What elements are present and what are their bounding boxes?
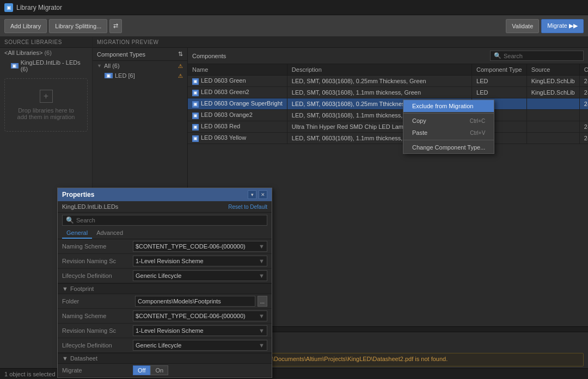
fp-lifecycle-row: Lifecycle Definition Generic Lifecycle ▼	[58, 338, 272, 353]
table-row[interactable]: ▣LED 0603 Red Ultra Thin Hyper Red SMD C…	[188, 121, 588, 133]
col-description: Description	[287, 64, 471, 76]
properties-pin-button[interactable]: ▾	[248, 190, 256, 199]
add-library-zone-button[interactable]: +	[40, 90, 53, 103]
search-box[interactable]: 🔍	[490, 51, 584, 61]
table-row[interactable]: ▣LED 0603 Green2 LED, SMT, 0603(1608), 1…	[188, 87, 588, 98]
ctx-exclude-migration[interactable]: Exclude from Migration	[403, 100, 494, 112]
footprint-expand-icon: ▼	[62, 285, 68, 292]
sort-icon[interactable]: ⇅	[178, 51, 183, 58]
table-header: Name Description Component Type Source C…	[188, 64, 588, 76]
lifecycle-def-select[interactable]: Generic Lifecycle ▼	[133, 270, 267, 281]
revision-naming-label: Revision Naming Sc	[62, 258, 133, 264]
table-row[interactable]: ▣LED 0603 Orange2 LED, SMT, 0603(1608), …	[188, 110, 588, 121]
kingled-library-item[interactable]: ▣ KingLED.IntLib - LEDs (6)	[0, 58, 92, 74]
folder-browse-button[interactable]: ...	[258, 296, 267, 307]
search-icon: 🔍	[494, 52, 501, 59]
ctx-copy-label: Copy	[412, 117, 426, 124]
fp-revision-row: Revision Naming Sc 1-Level Revision Sche…	[58, 324, 272, 338]
properties-search-icon: 🔍	[66, 216, 74, 224]
components-header: Components 🔍	[188, 48, 588, 64]
kingled-label: KingLED.IntLib - LEDs (6)	[21, 59, 88, 72]
ctx-copy-shortcut: Ctrl+C	[470, 118, 486, 124]
migrate-off-button[interactable]: Off	[133, 365, 150, 375]
table-row[interactable]: ▣LED 0603 Green LED, SMT, 0603(1608), 0.…	[188, 76, 588, 87]
footprint-label: Footprint	[70, 285, 94, 292]
revision-naming-arrow: ▼	[259, 258, 265, 264]
folder-label: Folder	[62, 298, 133, 305]
tab-advanced[interactable]: Advanced	[92, 228, 127, 239]
cell-name: ▣LED 0603 Green	[188, 76, 287, 87]
cell-type: LED	[472, 87, 527, 98]
title-text: Library Migrator	[16, 4, 62, 11]
cell-package	[579, 110, 588, 121]
search-input[interactable]	[504, 53, 580, 59]
validate-button[interactable]: Validate	[506, 19, 539, 33]
cell-package: 2-Pin SMT LED, 1.6 x 0.8 mm B	[579, 76, 588, 87]
ctx-copy[interactable]: Copy Ctrl+C	[403, 115, 494, 127]
components-label: Components	[192, 53, 226, 59]
all-libraries-item[interactable]: <All Libraries> (6)	[0, 48, 92, 58]
properties-close-button[interactable]: ✕	[259, 190, 267, 199]
ctx-separator-2	[403, 140, 494, 140]
properties-subheader: KingLED.IntLib.LEDs Reset to Default	[58, 201, 272, 213]
comp-types-label: Component Types	[97, 51, 145, 58]
col-source: Source	[526, 64, 579, 76]
properties-title-bar: Properties ▾ ✕	[58, 188, 272, 201]
title-bar: ▣ Library Migrator	[0, 0, 588, 15]
ctx-change-type[interactable]: Change Component Type...	[403, 141, 494, 153]
add-library-button[interactable]: Add Library	[4, 19, 47, 33]
naming-scheme-label: Naming Scheme	[62, 243, 133, 250]
fp-naming-scheme-label: Naming Scheme	[62, 313, 133, 319]
cell-source	[526, 98, 579, 110]
cell-name: ▣LED 0603 Orange SuperBright	[188, 98, 287, 110]
footprint-section[interactable]: ▼ Footprint	[58, 283, 272, 294]
properties-search-box[interactable]: 🔍	[62, 215, 267, 226]
ctx-paste[interactable]: Paste Ctrl+V	[403, 127, 494, 139]
properties-body: KingLED.IntLib.LEDs Reset to Default 🔍 G…	[58, 201, 272, 377]
migrate-label: Migrate	[62, 367, 133, 374]
refresh-button[interactable]: ⇄	[109, 19, 122, 33]
ctx-paste-shortcut: Ctrl+V	[470, 130, 485, 136]
folder-input[interactable]	[135, 296, 255, 307]
all-types-label: All (6)	[104, 63, 120, 69]
fp-naming-scheme-select[interactable]: $CONTENT_TYPE_CODE-006-(000000) ▼	[133, 310, 267, 321]
cell-source: KingLED.SchLib	[526, 76, 579, 87]
drop-zone-text: Drop libraries here to add them in migra…	[16, 107, 76, 120]
fp-lifecycle-label: Lifecycle Definition	[62, 342, 133, 349]
all-types-item[interactable]: ▼ All (6) ⚠	[93, 61, 187, 71]
led-warn-icon: ⚠	[178, 73, 183, 79]
expand-icon: ▼	[97, 63, 102, 69]
table-body: ▣LED 0603 Green LED, SMT, 0603(1608), 0.…	[188, 76, 588, 144]
datasheet-section[interactable]: ▼ Datasheet	[58, 353, 272, 364]
revision-naming-select[interactable]: 1-Level Revision Scheme ▼	[133, 256, 267, 266]
all-libraries-count: (6)	[44, 49, 51, 56]
app-icon: ▣	[4, 3, 13, 12]
col-name: Name	[188, 64, 287, 76]
all-warn-icon: ⚠	[178, 63, 183, 69]
fp-lifecycle-value: Generic Lifecycle	[136, 342, 181, 349]
naming-scheme-arrow: ▼	[259, 243, 265, 250]
ctx-exclude-label: Exclude from Migration	[412, 103, 474, 109]
col-package: Case/Package	[579, 64, 588, 76]
migrate-on-button[interactable]: On	[150, 365, 168, 375]
drop-zone: + Drop libraries here to add them in mig…	[4, 78, 88, 132]
properties-title: Properties	[62, 191, 94, 198]
fp-lifecycle-select[interactable]: Generic Lifecycle ▼	[133, 340, 267, 351]
fp-revision-select[interactable]: 1-Level Revision Scheme ▼	[133, 325, 267, 336]
table-row-selected[interactable]: ▣LED 0603 Orange SuperBright LED, SMT, 0…	[188, 98, 588, 110]
fp-revision-label: Revision Naming Sc	[62, 327, 133, 334]
cell-source: KingLED.SchLib	[526, 87, 579, 98]
migrate-button[interactable]: Migrate ▶▶	[541, 19, 584, 33]
properties-search-input[interactable]	[76, 217, 264, 223]
table-row[interactable]: ▣LED 0603 Yellow LED, SMT, 0603(1608), 1…	[188, 133, 588, 144]
tab-general[interactable]: General	[62, 228, 92, 239]
cell-desc: LED, SMT, 0603(1608), 1.1mm thickness, G…	[287, 87, 471, 98]
reset-to-default-link[interactable]: Reset to Default	[228, 204, 267, 210]
source-panel-header: SOURCE LIBRARIES	[0, 37, 92, 48]
library-splitting-button[interactable]: Library Splitting...	[49, 19, 107, 33]
led-type-item[interactable]: ▣ LED [6] ⚠	[93, 71, 187, 80]
context-menu: Exclude from Migration Copy Ctrl+C Paste…	[403, 100, 494, 154]
fp-naming-scheme-row: Naming Scheme $CONTENT_TYPE_CODE-006-(00…	[58, 309, 272, 324]
naming-scheme-select[interactable]: $CONTENT_TYPE_CODE-006-(000000) ▼	[133, 241, 267, 252]
datasheet-label: Datasheet	[70, 355, 97, 362]
